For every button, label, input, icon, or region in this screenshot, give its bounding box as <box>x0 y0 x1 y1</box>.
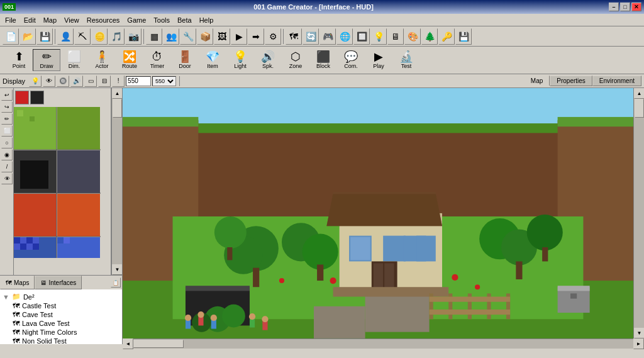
tb-music[interactable]: 🎵 <box>108 28 125 45</box>
tab-environment[interactable]: Environment <box>592 76 641 86</box>
tb-gamepad[interactable]: 🎮 <box>319 28 336 45</box>
dt-line[interactable]: / <box>1 161 13 172</box>
tb-bulb[interactable]: 💡 <box>370 28 387 45</box>
tb-camera[interactable]: 📷 <box>125 28 142 45</box>
display-btn-2[interactable]: 👁 <box>43 76 55 87</box>
display-btn-4[interactable]: 🔊 <box>70 76 83 87</box>
tool-timer[interactable]: ⏱ Timer <box>143 49 171 71</box>
tb-new[interactable]: 📄 <box>3 28 19 45</box>
list-item-lava[interactable]: 🗺 Lava Cave Test <box>11 319 121 328</box>
tool-item[interactable]: 💎 Item <box>199 49 226 71</box>
dt-fill[interactable]: ◉ <box>1 149 13 160</box>
tab-maps[interactable]: 🗺 Maps <box>0 276 35 289</box>
tb-tools[interactable]: 🔧 <box>180 28 196 45</box>
tool-spk[interactable]: 🔊 Spk. <box>254 49 282 71</box>
tab-interfaces[interactable]: 🖥 Interfaces <box>35 276 82 289</box>
color-swatch-2[interactable] <box>30 91 44 104</box>
tool-route[interactable]: 🔀 Route <box>116 49 143 71</box>
display-btn-3[interactable]: 🔘 <box>57 76 69 87</box>
list-item-nonsolid[interactable]: 🗺 Non Solid Test <box>11 337 121 344</box>
zoom-select[interactable]: 550 <box>152 76 176 86</box>
vscroll-up[interactable]: ▲ <box>634 88 644 99</box>
list-item-nighttime[interactable]: 🗺 Night Time Colors <box>11 328 121 337</box>
list-item-cave[interactable]: 🗺 Cave Test <box>11 310 121 319</box>
menu-beta[interactable]: Beta <box>174 15 196 25</box>
tb-group[interactable]: 👥 <box>163 28 179 45</box>
scroll-down[interactable]: ▼ <box>112 264 122 275</box>
tool-door[interactable]: 🚪 Door <box>171 49 199 71</box>
tool-light[interactable]: 💡 Light <box>226 49 254 71</box>
menu-edit[interactable]: Edit <box>20 15 40 25</box>
tb-img[interactable]: 🖼 <box>214 28 230 45</box>
tb-refresh[interactable]: 🔄 <box>303 28 319 45</box>
close-button[interactable]: ✕ <box>631 3 641 11</box>
list-item-castle[interactable]: 🗺 Castle Test <box>11 301 121 310</box>
tb-person[interactable]: 👤 <box>57 28 74 45</box>
tab-map[interactable]: Map <box>524 76 550 86</box>
tree-folder[interactable]: ▼ 📁 De² <box>1 292 121 301</box>
menu-resources[interactable]: Resources <box>83 15 124 25</box>
vscroll-thumb[interactable] <box>635 99 644 118</box>
dt-circle[interactable]: ○ <box>1 137 13 148</box>
hscroll-thumb[interactable] <box>133 340 184 348</box>
tb-square[interactable]: 🔲 <box>353 28 370 45</box>
game-viewport[interactable] <box>123 88 633 338</box>
dt-eye[interactable]: 👁 <box>1 173 13 184</box>
tb-map[interactable]: 🗺 <box>286 28 302 45</box>
svg-rect-20 <box>20 243 26 250</box>
dt-pencil[interactable]: ✏ <box>1 113 13 125</box>
tool-actor[interactable]: 🧍 Actor <box>88 49 116 71</box>
vscroll-track[interactable] <box>634 99 644 328</box>
zoom-input[interactable]: 550 <box>126 76 151 86</box>
vscroll-down[interactable]: ▼ <box>634 328 644 338</box>
tile-grid[interactable] <box>14 107 111 275</box>
tb-coin[interactable]: 🪙 <box>91 28 108 45</box>
tool-draw[interactable]: ✏ Draw <box>33 49 60 71</box>
menu-game[interactable]: Game <box>123 15 150 25</box>
dt-redo[interactable]: ↪ <box>1 101 13 113</box>
scroll-track[interactable] <box>112 99 122 264</box>
hscroll-track[interactable] <box>133 339 633 349</box>
color-swatch-1[interactable] <box>15 91 29 104</box>
tb-play[interactable]: ▶ <box>231 28 247 45</box>
tb-tree[interactable]: 🌲 <box>421 28 438 45</box>
panel-extra-btn[interactable]: 📋 <box>111 277 121 288</box>
tb-palette[interactable]: 🎨 <box>404 28 421 45</box>
tb-box[interactable]: 📦 <box>197 28 213 45</box>
tb-key[interactable]: 🔑 <box>438 28 455 45</box>
menu-map[interactable]: Map <box>40 15 60 25</box>
tb-save[interactable]: 💾 <box>36 28 53 45</box>
tb-monitor[interactable]: 🖥 <box>387 28 404 45</box>
display-btn-6[interactable]: ⊟ <box>98 76 111 87</box>
scroll-up[interactable]: ▲ <box>112 88 122 99</box>
menu-file[interactable]: File <box>1 15 20 25</box>
tool-block[interactable]: ⬛ Block <box>309 49 337 71</box>
tool-zone[interactable]: ⬡ Zone <box>282 49 309 71</box>
tb-pick[interactable]: ⛏ <box>74 28 91 45</box>
tool-test[interactable]: 🔬 Test <box>392 49 420 71</box>
tb-arrow[interactable]: ➡ <box>248 28 264 45</box>
tool-point[interactable]: ⬆ Point <box>5 49 33 71</box>
tb-settings[interactable]: ⚙ <box>265 28 281 45</box>
tb-open[interactable]: 📂 <box>19 28 36 45</box>
hscroll-left[interactable]: ◄ <box>123 338 133 349</box>
dt-select[interactable]: ⬜ <box>1 125 13 137</box>
tool-com[interactable]: 💬 Com. <box>337 49 365 71</box>
display-btn-5[interactable]: ▭ <box>84 76 97 87</box>
display-btn-1[interactable]: 💡 <box>29 76 42 87</box>
minimize-button[interactable]: – <box>609 3 619 11</box>
tb-grid[interactable]: ▦ <box>146 28 162 45</box>
scroll-thumb[interactable] <box>113 99 122 118</box>
maximize-button[interactable]: □ <box>620 3 630 11</box>
dt-undo[interactable]: ↩ <box>1 89 13 101</box>
display-btn-7[interactable]: ! <box>112 76 125 87</box>
tb-globe[interactable]: 🌐 <box>336 28 353 45</box>
menu-tools[interactable]: Tools <box>150 15 174 25</box>
menu-view[interactable]: View <box>60 15 83 25</box>
tool-play[interactable]: ▶ Play <box>365 49 392 71</box>
hscroll-right[interactable]: ► <box>633 338 644 349</box>
tool-dim[interactable]: ⬜ Dim. <box>60 49 88 71</box>
tab-properties[interactable]: Properties <box>550 76 592 86</box>
menu-help[interactable]: Help <box>196 15 218 25</box>
tb-floppy[interactable]: 💾 <box>455 28 472 45</box>
